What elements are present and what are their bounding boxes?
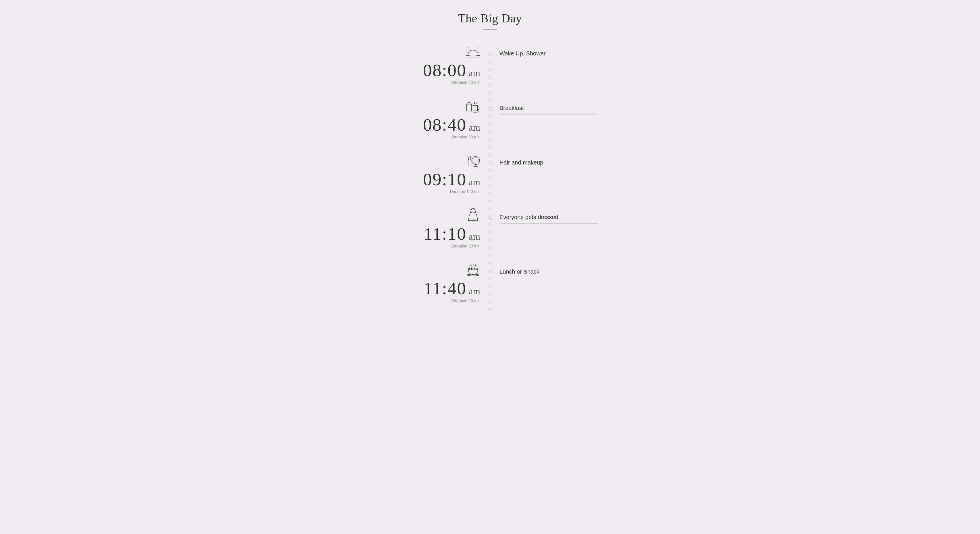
timeline-container: 08:00 am Duration 40 min Wake Up, Shower <box>382 44 598 317</box>
event-label-breakfast: Breakfast <box>500 105 598 111</box>
svg-marker-9 <box>466 102 471 104</box>
time-row-dressed: 11:10 am <box>424 225 480 243</box>
event-divider-wake-up <box>500 60 598 60</box>
sunrise-icon-wrapper <box>466 44 480 60</box>
svg-rect-15 <box>469 157 471 160</box>
time-digits-lunch: 11:40 <box>424 279 466 297</box>
event-label-dressed: Everyone gets dressed <box>500 214 598 221</box>
timeline-dot-makeup <box>489 161 493 165</box>
svg-point-19 <box>473 157 479 164</box>
breakfast-icon <box>466 99 480 113</box>
duration-dressed: Duration 30 min <box>452 244 480 248</box>
right-side-lunch: Lunch or Snack <box>493 262 598 278</box>
event-label-wake-up: Wake Up, Shower <box>500 50 598 57</box>
makeup-icon-wrapper <box>466 153 480 169</box>
svg-line-23 <box>469 265 471 270</box>
right-side-dressed: Everyone gets dressed <box>493 208 598 224</box>
timeline-item-lunch: 11:40 am Duration 20 min Lunch or Snack <box>382 262 598 303</box>
time-digits-breakfast: 08:40 <box>423 116 466 134</box>
duration-wake-up: Duration 40 min <box>452 80 480 85</box>
svg-line-21 <box>474 208 475 210</box>
right-side-breakfast: Breakfast <box>493 99 598 114</box>
makeup-icon <box>466 153 480 168</box>
left-side-dressed: 11:10 am Duration 30 min <box>382 208 489 248</box>
sunrise-icon <box>466 44 480 59</box>
time-ampm-lunch: am <box>469 286 480 297</box>
timeline-item-wake-up: 08:00 am Duration 40 min Wake Up, Shower <box>382 44 598 85</box>
event-divider-dressed <box>500 223 598 224</box>
left-side-wake-up: 08:00 am Duration 40 min <box>382 44 489 85</box>
timeline-dot-wake-up <box>489 52 493 56</box>
time-digits-dressed: 11:10 <box>424 225 466 243</box>
time-ampm-wake-up: am <box>469 68 480 78</box>
time-row-wake-up: 08:00 am <box>423 61 480 79</box>
svg-line-20 <box>471 208 472 210</box>
timeline-dot-dressed <box>489 216 493 219</box>
breakfast-icon-wrapper <box>466 99 480 114</box>
page-title: The Big Day <box>458 11 522 25</box>
time-row-breakfast: 08:40 am <box>423 116 480 134</box>
event-divider-breakfast <box>500 114 598 114</box>
dress-icon-wrapper <box>466 208 480 224</box>
time-ampm-dressed: am <box>469 231 480 242</box>
duration-makeup: Duration 120 min <box>450 189 480 194</box>
food-icon <box>466 262 480 277</box>
svg-line-1 <box>477 48 478 48</box>
title-divider <box>483 29 497 30</box>
svg-line-2 <box>468 48 469 48</box>
time-row-lunch: 11:40 am <box>424 279 480 297</box>
time-digits-wake-up: 08:00 <box>423 61 466 79</box>
event-divider-makeup <box>500 169 598 169</box>
timeline-dot-lunch <box>489 270 493 274</box>
time-digits-makeup: 09:10 <box>423 170 466 188</box>
timeline-item-makeup: 09:10 am Duration 120 min Hair and makeu… <box>382 153 598 194</box>
left-side-lunch: 11:40 am Duration 20 min <box>382 262 489 303</box>
right-side-wake-up: Wake Up, Shower <box>493 44 598 60</box>
time-row-makeup: 09:10 am <box>423 170 480 188</box>
time-ampm-breakfast: am <box>469 122 480 133</box>
dress-icon <box>466 208 480 222</box>
event-label-lunch: Lunch or Snack <box>500 269 598 275</box>
duration-breakfast: Duration 30 min <box>452 135 480 139</box>
time-ampm-makeup: am <box>469 177 480 188</box>
right-side-makeup: Hair and makeup <box>493 153 598 169</box>
left-side-makeup: 09:10 am Duration 120 min <box>382 153 489 194</box>
svg-rect-8 <box>466 104 471 111</box>
food-icon-wrapper <box>466 262 480 278</box>
timeline-dot-breakfast <box>489 106 493 111</box>
svg-point-16 <box>472 156 480 165</box>
timeline-item-dressed: 11:10 am Duration 30 min Everyone gets d… <box>382 208 598 248</box>
svg-point-26 <box>471 268 474 269</box>
left-side-breakfast: 08:40 am Duration 30 min <box>382 99 489 139</box>
timeline-item-breakfast: 08:40 am Duration 30 min Breakfast <box>382 99 598 139</box>
event-label-makeup: Hair and makeup <box>500 159 598 166</box>
duration-lunch: Duration 20 min <box>452 298 480 303</box>
